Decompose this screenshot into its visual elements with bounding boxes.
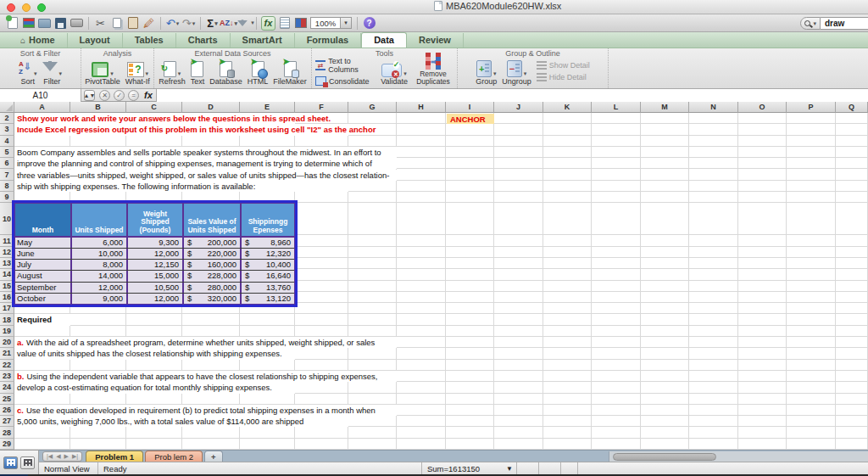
cell[interactable] — [689, 158, 738, 169]
horizontal-scrollbar-thumb[interactable] — [613, 453, 716, 461]
cell[interactable] — [182, 360, 240, 371]
cell[interactable] — [543, 314, 592, 325]
cell[interactable] — [689, 181, 738, 192]
cell[interactable] — [689, 303, 738, 314]
pivottable-button[interactable]: ▾ PivotTable — [85, 59, 120, 86]
cell[interactable] — [348, 416, 397, 427]
whatif-button[interactable]: ▾ What-If — [125, 59, 150, 86]
cell[interactable] — [738, 326, 787, 337]
cell[interactable] — [787, 258, 836, 269]
cell[interactable] — [543, 258, 592, 269]
cell[interactable] — [787, 303, 836, 314]
cell[interactable] — [446, 169, 494, 180]
cell[interactable] — [126, 439, 182, 450]
zoom-dropdown-icon[interactable]: ▾ — [341, 17, 352, 29]
table-row[interactable]: July 8,000 12,150 $160,000 $10,400 — [15, 259, 294, 270]
show-detail-button[interactable]: Show Detail — [537, 61, 590, 70]
cell[interactable] — [182, 394, 240, 405]
cell[interactable] — [592, 314, 641, 325]
table-row[interactable]: October 9,000 12,000 $320,000 $13,120 — [15, 293, 294, 304]
cell[interactable] — [348, 269, 397, 280]
cell[interactable] — [543, 303, 592, 314]
column-header-H[interactable]: H — [397, 102, 446, 113]
cell[interactable] — [689, 348, 738, 359]
cell[interactable] — [494, 136, 543, 147]
table-row[interactable]: September 12,000 10,500 $280,000 $13,760 — [15, 282, 294, 293]
cell[interactable] — [738, 181, 787, 192]
cell[interactable] — [397, 314, 446, 325]
row-header-5[interactable]: 5 — [0, 147, 14, 158]
cell[interactable] — [295, 292, 348, 303]
cell[interactable] — [689, 169, 738, 180]
cell[interactable] — [446, 124, 494, 135]
cell[interactable] — [494, 405, 543, 416]
column-header-F[interactable]: F — [295, 102, 348, 113]
cell[interactable] — [738, 158, 787, 169]
cell[interactable] — [348, 314, 397, 325]
zoom-level[interactable]: 100% — [310, 17, 341, 29]
cell[interactable] — [787, 235, 836, 246]
column-header-L[interactable]: L — [592, 102, 641, 113]
cell[interactable] — [592, 269, 641, 280]
cell[interactable] — [446, 337, 494, 348]
cell[interactable] — [641, 281, 689, 292]
cell[interactable] — [295, 269, 348, 280]
group-button[interactable]: ▾ Group — [476, 59, 497, 86]
cell[interactable] — [348, 203, 397, 235]
sheet-tab-problem1[interactable]: Problem 1 — [86, 451, 143, 462]
cell[interactable] — [836, 203, 868, 235]
cell[interactable] — [446, 181, 494, 192]
cell[interactable] — [543, 326, 592, 337]
row-header-19[interactable]: 19 — [0, 326, 14, 337]
cell[interactable] — [738, 439, 787, 450]
cell[interactable] — [641, 416, 689, 427]
cell[interactable] — [592, 292, 641, 303]
cell[interactable] — [836, 169, 868, 180]
header-shipping[interactable]: Shippinngg Epenses — [240, 204, 294, 236]
row-header-22[interactable]: 22 — [0, 360, 14, 371]
cell[interactable] — [836, 113, 868, 124]
open-icon[interactable] — [37, 16, 52, 30]
cell[interactable] — [787, 394, 836, 405]
sort-button[interactable]: AZ⇓▾ Sort — [19, 59, 37, 86]
cell-note-row3[interactable]: Incude Excel regression output of this p… — [14, 124, 348, 135]
cell[interactable] — [641, 292, 689, 303]
autosum-icon[interactable]: Σ▾ — [205, 16, 220, 30]
cell[interactable] — [836, 258, 868, 269]
cell[interactable] — [494, 258, 543, 269]
cell[interactable] — [348, 326, 397, 337]
print-icon[interactable] — [70, 16, 84, 30]
cell[interactable] — [397, 258, 446, 269]
tab-formulas[interactable]: Formulas — [295, 33, 362, 48]
cell[interactable] — [494, 235, 543, 246]
row-header-13[interactable]: 13 — [0, 258, 14, 269]
cell[interactable] — [397, 158, 446, 169]
cell[interactable] — [126, 394, 182, 405]
cell[interactable] — [641, 124, 689, 135]
cell[interactable] — [592, 235, 641, 246]
header-weight[interactable]: Weight Shipped (Pounds) — [126, 204, 182, 236]
cell[interactable] — [182, 136, 240, 147]
cell[interactable] — [182, 192, 240, 203]
column-header-J[interactable]: J — [494, 102, 543, 113]
cell[interactable] — [240, 394, 295, 405]
cell[interactable] — [446, 269, 494, 280]
cell[interactable] — [348, 258, 397, 269]
next-sheet-icon[interactable]: ▶ — [64, 453, 69, 460]
cell[interactable] — [446, 348, 494, 359]
cell[interactable] — [592, 337, 641, 348]
question-c-line-1[interactable]: c.Use the equation developed in requirem… — [14, 405, 397, 416]
toolbox-icon[interactable] — [293, 16, 308, 30]
cell[interactable] — [494, 348, 543, 359]
cell[interactable] — [738, 147, 787, 158]
cell[interactable] — [446, 235, 494, 246]
cell[interactable] — [126, 427, 182, 438]
cell[interactable] — [787, 337, 836, 348]
cell[interactable] — [641, 258, 689, 269]
cell[interactable] — [70, 360, 126, 371]
cell[interactable] — [641, 405, 689, 416]
cell[interactable] — [787, 169, 836, 180]
cell[interactable] — [126, 136, 182, 147]
cell[interactable] — [543, 203, 592, 235]
cell[interactable] — [689, 235, 738, 246]
